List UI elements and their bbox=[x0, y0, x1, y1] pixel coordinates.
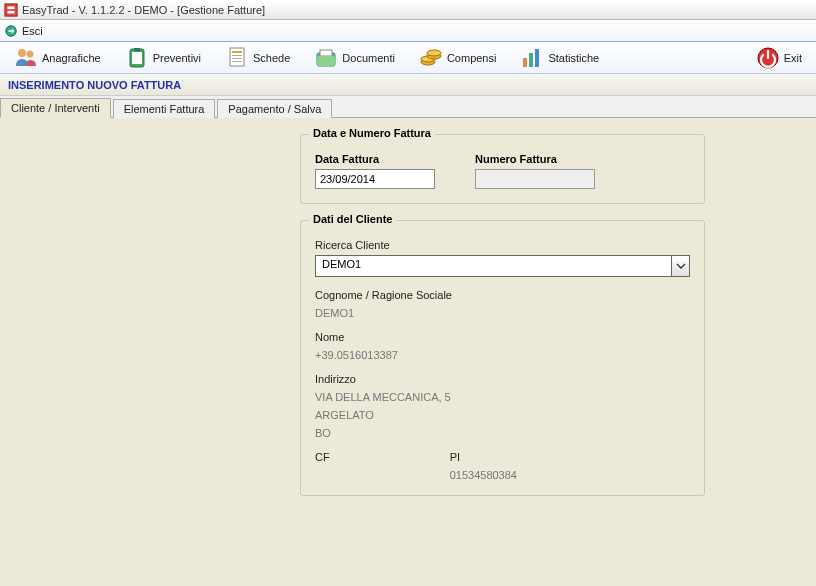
svg-rect-21 bbox=[523, 58, 527, 67]
value-pi: 01534580384 bbox=[450, 469, 517, 481]
toolbar-anagrafiche[interactable]: Anagrafiche bbox=[8, 44, 107, 72]
toolbar-label: Preventivi bbox=[153, 52, 201, 64]
label-data-fattura: Data Fattura bbox=[315, 153, 435, 165]
chevron-down-icon[interactable] bbox=[671, 256, 689, 276]
toolbar-preventivi[interactable]: Preventivi bbox=[119, 44, 207, 72]
svg-rect-10 bbox=[232, 51, 242, 53]
label-numero-fattura: Numero Fattura bbox=[475, 153, 595, 165]
group-title: Dati del Cliente bbox=[309, 213, 396, 225]
sheet-icon bbox=[225, 46, 249, 70]
label-nome: Nome bbox=[315, 331, 690, 343]
svg-rect-11 bbox=[232, 55, 242, 56]
section-header: INSERIMENTO NUOVO FATTURA bbox=[0, 74, 816, 96]
toolbar-exit[interactable]: Exit bbox=[750, 44, 808, 72]
section-title: INSERIMENTO NUOVO FATTURA bbox=[8, 79, 181, 91]
toolbar-label: Statistiche bbox=[548, 52, 599, 64]
window-title: EasyTrad - V. 1.1.2.2 - DEMO - [Gestione… bbox=[22, 4, 265, 16]
svg-rect-12 bbox=[232, 58, 242, 59]
group-data-numero: Data e Numero Fattura Data Fattura Numer… bbox=[300, 134, 705, 204]
label-indirizzo: Indirizzo bbox=[315, 373, 690, 385]
svg-rect-13 bbox=[232, 61, 242, 62]
power-icon bbox=[756, 46, 780, 70]
people-icon bbox=[14, 46, 38, 70]
menu-bar: Esci bbox=[0, 20, 816, 42]
svg-rect-8 bbox=[134, 48, 140, 51]
svg-rect-16 bbox=[317, 56, 335, 66]
group-dati-cliente: Dati del Cliente Ricerca Cliente DEMO1 C… bbox=[300, 220, 705, 496]
toolbar-label: Documenti bbox=[342, 52, 395, 64]
svg-rect-2 bbox=[8, 10, 15, 13]
svg-point-20 bbox=[427, 50, 441, 56]
app-icon bbox=[4, 3, 18, 17]
value-indirizzo-1: VIA DELLA MECCANICA, 5 bbox=[315, 391, 690, 403]
tab-cliente[interactable]: Cliente / Interventi bbox=[0, 98, 111, 118]
clipboard-icon bbox=[125, 46, 149, 70]
toolbar-label: Schede bbox=[253, 52, 290, 64]
value-nome: +39.0516013387 bbox=[315, 349, 690, 361]
svg-rect-15 bbox=[320, 50, 332, 56]
svg-point-4 bbox=[18, 49, 26, 57]
menu-esci[interactable]: Esci bbox=[22, 25, 43, 37]
toolbar-documenti[interactable]: Documenti bbox=[308, 44, 401, 72]
value-cognome: DEMO1 bbox=[315, 307, 690, 319]
coins-icon bbox=[419, 46, 443, 70]
svg-rect-22 bbox=[529, 53, 533, 67]
folder-icon bbox=[314, 46, 338, 70]
label-cognome: Cognome / Ragione Sociale bbox=[315, 289, 690, 301]
svg-point-5 bbox=[27, 50, 34, 57]
toolbar: Anagrafiche Preventivi Schede Documenti … bbox=[0, 42, 816, 74]
svg-rect-23 bbox=[535, 49, 539, 67]
input-data-fattura[interactable] bbox=[315, 169, 435, 189]
toolbar-statistiche[interactable]: Statistiche bbox=[514, 44, 605, 72]
tab-strip: Cliente / Interventi Elementi Fattura Pa… bbox=[0, 96, 816, 118]
value-indirizzo-2: ARGELATO bbox=[315, 409, 690, 421]
toolbar-label: Compensi bbox=[447, 52, 497, 64]
label-ricerca-cliente: Ricerca Cliente bbox=[315, 239, 690, 251]
chart-icon bbox=[520, 46, 544, 70]
dropdown-value: DEMO1 bbox=[316, 256, 671, 276]
svg-rect-7 bbox=[132, 52, 142, 64]
exit-menu-icon[interactable] bbox=[4, 24, 18, 38]
title-bar: EasyTrad - V. 1.1.2.2 - DEMO - [Gestione… bbox=[0, 0, 816, 20]
content-area: Data e Numero Fattura Data Fattura Numer… bbox=[0, 118, 816, 496]
input-numero-fattura bbox=[475, 169, 595, 189]
toolbar-label: Anagrafiche bbox=[42, 52, 101, 64]
group-title: Data e Numero Fattura bbox=[309, 127, 435, 139]
svg-rect-0 bbox=[5, 3, 17, 15]
svg-rect-9 bbox=[230, 48, 244, 66]
value-indirizzo-3: BO bbox=[315, 427, 690, 439]
dropdown-ricerca-cliente[interactable]: DEMO1 bbox=[315, 255, 690, 277]
tab-pagamento[interactable]: Pagamento / Salva bbox=[217, 99, 332, 118]
tab-elementi[interactable]: Elementi Fattura bbox=[113, 99, 216, 118]
svg-rect-1 bbox=[8, 6, 15, 9]
label-pi: PI bbox=[450, 451, 517, 463]
toolbar-label: Exit bbox=[784, 52, 802, 64]
toolbar-compensi[interactable]: Compensi bbox=[413, 44, 503, 72]
label-cf: CF bbox=[315, 451, 330, 463]
toolbar-schede[interactable]: Schede bbox=[219, 44, 296, 72]
